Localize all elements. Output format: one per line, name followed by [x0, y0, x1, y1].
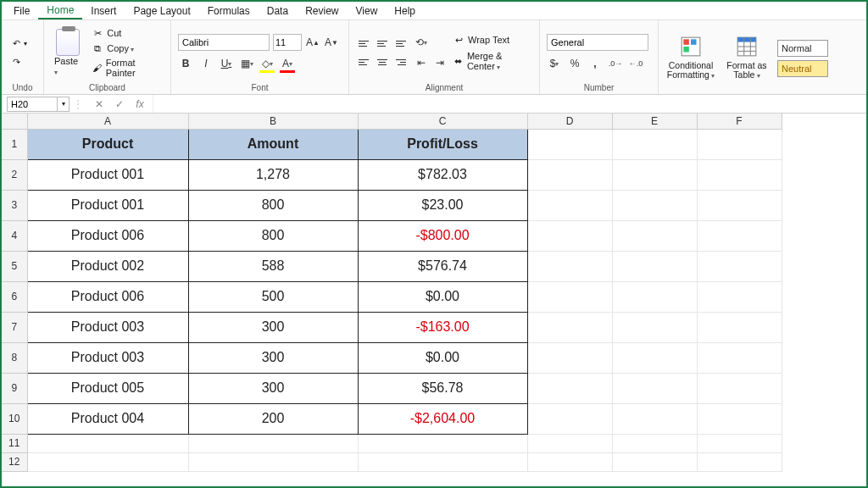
cell-e3[interactable] [612, 190, 697, 220]
increase-decimal-button[interactable]: .0→ [608, 56, 623, 71]
menu-insert[interactable]: Insert [82, 3, 125, 19]
cell-b9[interactable]: 300 [188, 373, 358, 403]
cell-c11[interactable] [358, 434, 527, 452]
cell-c6[interactable]: $0.00 [358, 281, 527, 312]
cell-d10[interactable] [527, 403, 612, 434]
font-family-select[interactable] [178, 34, 270, 51]
cell-b11[interactable] [188, 434, 358, 452]
wrap-text-button[interactable]: ↩Wrap Text [453, 34, 532, 46]
fill-color-button[interactable]: ◇ [259, 56, 275, 71]
cell-c1[interactable]: Profit/Loss [358, 129, 527, 159]
cell-style-normal[interactable]: Normal [777, 40, 828, 57]
cell-c3[interactable]: $23.00 [358, 190, 527, 220]
menu-data[interactable]: Data [259, 3, 297, 19]
cell-c10[interactable]: -$2,604.00 [358, 403, 527, 434]
cell-e12[interactable] [612, 452, 697, 471]
fx-icon[interactable]: fx [132, 97, 147, 112]
cell-d7[interactable] [527, 312, 612, 342]
name-box-dropdown[interactable]: ▾ [58, 97, 70, 112]
column-header-e[interactable]: E [612, 114, 697, 129]
menu-page-layout[interactable]: Page Layout [125, 3, 198, 19]
cell-e9[interactable] [612, 373, 697, 403]
cell-f1[interactable] [697, 129, 782, 159]
format-painter-button[interactable]: 🖌Format Painter [89, 57, 164, 79]
row-header-9[interactable]: 9 [2, 373, 27, 403]
name-box[interactable] [7, 97, 58, 112]
row-header-1[interactable]: 1 [2, 129, 27, 159]
cell-b5[interactable]: 588 [188, 251, 358, 281]
redo-button[interactable]: ↷ [8, 54, 29, 69]
cell-d9[interactable] [527, 373, 612, 403]
cell-f3[interactable] [697, 190, 782, 220]
currency-button[interactable]: $ [547, 56, 562, 71]
cell-c4[interactable]: -$800.00 [358, 220, 527, 251]
cell-d5[interactable] [527, 251, 612, 281]
decrease-font-icon[interactable]: A▼ [324, 35, 339, 50]
cell-d6[interactable] [527, 281, 612, 312]
cell-b3[interactable]: 800 [188, 190, 358, 220]
row-header-2[interactable]: 2 [2, 159, 27, 190]
cell-d3[interactable] [527, 190, 612, 220]
cell-e4[interactable] [612, 220, 697, 251]
cell-a4[interactable]: Product 006 [27, 220, 188, 251]
cell-b10[interactable]: 200 [188, 403, 358, 434]
cell-b12[interactable] [188, 452, 358, 471]
increase-indent-button[interactable]: ⇥ [432, 55, 448, 70]
row-header-8[interactable]: 8 [2, 342, 27, 373]
cell-a3[interactable]: Product 001 [27, 190, 188, 220]
increase-font-icon[interactable]: A▲ [305, 35, 320, 50]
cell-f10[interactable] [697, 403, 782, 434]
row-header-5[interactable]: 5 [2, 251, 27, 281]
cell-a7[interactable]: Product 003 [27, 312, 188, 342]
cell-a11[interactable] [27, 434, 188, 452]
cell-a2[interactable]: Product 001 [27, 159, 188, 190]
cell-f9[interactable] [697, 373, 782, 403]
cell-a6[interactable]: Product 006 [27, 281, 188, 312]
cell-b8[interactable]: 300 [188, 342, 358, 373]
conditional-formatting-button[interactable]: Conditional Formatting [665, 36, 716, 80]
cell-f2[interactable] [697, 159, 782, 190]
cell-c5[interactable]: $576.74 [358, 251, 527, 281]
row-header-7[interactable]: 7 [2, 312, 27, 342]
cell-c2[interactable]: $782.03 [358, 159, 527, 190]
undo-button[interactable]: ↶▾ [8, 36, 29, 51]
cell-e6[interactable] [612, 281, 697, 312]
cell-e8[interactable] [612, 342, 697, 373]
comma-button[interactable]: , [587, 56, 603, 71]
column-header-a[interactable]: A [27, 114, 188, 129]
cell-e5[interactable] [612, 251, 697, 281]
cell-b1[interactable]: Amount [188, 129, 358, 159]
menu-help[interactable]: Help [386, 3, 424, 19]
italic-button[interactable]: I [198, 56, 214, 71]
row-header-12[interactable]: 12 [2, 452, 27, 471]
column-header-d[interactable]: D [527, 114, 612, 129]
cell-e1[interactable] [612, 129, 697, 159]
cell-a5[interactable]: Product 002 [27, 251, 188, 281]
align-middle-button[interactable] [375, 36, 390, 51]
cell-f11[interactable] [697, 434, 782, 452]
cell-f5[interactable] [697, 251, 782, 281]
font-color-button[interactable]: A [280, 56, 295, 71]
cell-d2[interactable] [527, 159, 612, 190]
underline-button[interactable]: U [219, 56, 234, 71]
cell-c8[interactable]: $0.00 [358, 342, 527, 373]
number-format-select[interactable] [547, 34, 648, 51]
cell-a12[interactable] [27, 452, 188, 471]
decrease-decimal-button[interactable]: ←.0 [628, 56, 643, 71]
align-top-button[interactable] [356, 36, 371, 51]
row-header-10[interactable]: 10 [2, 403, 27, 434]
menu-home[interactable]: Home [38, 3, 82, 19]
cell-style-neutral[interactable]: Neutral [777, 60, 828, 77]
menu-formulas[interactable]: Formulas [199, 3, 259, 19]
column-header-f[interactable]: F [697, 114, 782, 129]
row-header-4[interactable]: 4 [2, 220, 27, 251]
orientation-button[interactable]: ⟲ [414, 35, 429, 50]
cell-c12[interactable] [358, 452, 527, 471]
cell-e2[interactable] [612, 159, 697, 190]
menu-view[interactable]: View [348, 3, 387, 19]
borders-button[interactable]: ▦ [239, 56, 254, 71]
align-left-button[interactable] [356, 54, 371, 69]
enter-formula-icon[interactable]: ✓ [112, 97, 127, 112]
copy-button[interactable]: ⧉Copy [89, 42, 164, 55]
cell-f6[interactable] [697, 281, 782, 312]
